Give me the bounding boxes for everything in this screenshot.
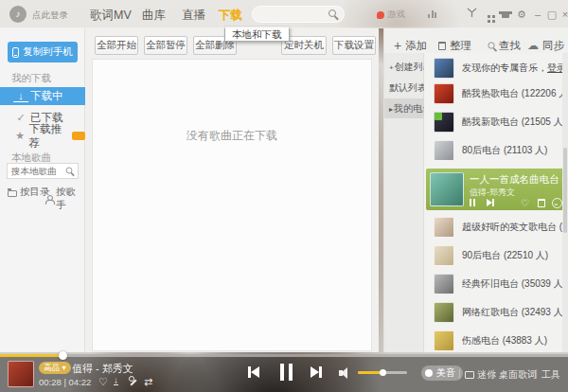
- station-delete-icon[interactable]: [538, 198, 545, 207]
- game-entry[interactable]: 游戏: [377, 9, 405, 21]
- station-thumbnail: [434, 83, 454, 104]
- station-row[interactable]: 经典怀旧电台 (35039 人): [424, 271, 568, 297]
- seek-handle[interactable]: [59, 351, 67, 360]
- quality-badge[interactable]: 高品 ▾: [39, 362, 71, 374]
- settings-gear-icon[interactable]: ⚙: [514, 7, 529, 22]
- favorite-icon[interactable]: ♡: [98, 376, 108, 387]
- recommend-label: 下载推荐: [29, 122, 69, 151]
- app-logo-icon: ♪: [9, 6, 27, 23]
- find-label: 查找: [499, 39, 521, 53]
- mini-mode-icon[interactable]: [481, 7, 496, 22]
- tools-button[interactable]: 工具: [541, 368, 560, 382]
- nav-lyrics-mv[interactable]: 歌词MV: [90, 8, 132, 24]
- promo-text: 发现你的专属音乐，: [462, 62, 547, 73]
- station-label: 伤感电台 (43883 人): [462, 334, 566, 347]
- station-thumbnail: [434, 245, 454, 266]
- station-row[interactable]: 网络红歌电台 (32493 人): [424, 299, 568, 326]
- sidebar-item-downloading[interactable]: ↓ 下载中: [0, 87, 85, 105]
- download-settings-button[interactable]: 下载设置: [332, 36, 376, 55]
- station-row[interactable]: 80后电台 (21103 人): [424, 137, 568, 164]
- seek-bar[interactable]: [0, 354, 568, 357]
- station-label: 90后电台 (22510 人): [462, 249, 566, 262]
- sync-button[interactable]: ☁ 同步: [527, 36, 564, 55]
- search-box[interactable]: [252, 6, 345, 23]
- now-playing-station[interactable]: 一人一首成名曲电台 (8 值得-郑秀文 ♡ ⌄: [426, 169, 567, 210]
- local-search-box[interactable]: [7, 163, 79, 179]
- game-icon: [377, 11, 384, 19]
- tab-my-radio[interactable]: ▸我的电台: [384, 98, 424, 118]
- station-row[interactable]: 酷我热歌电台 (122206 人): [424, 80, 568, 107]
- play-mode-icon[interactable]: ⇄: [144, 376, 152, 387]
- plus-icon: +: [394, 39, 401, 52]
- time-current: 00:28: [39, 377, 62, 387]
- promo-list-item[interactable]: 发现你的专属音乐，登录: [424, 55, 568, 81]
- station-label: 超级好听的英文歌电台 (38925 人): [462, 221, 566, 234]
- download-song-icon[interactable]: ↓: [114, 376, 118, 385]
- nav-library[interactable]: 曲库: [142, 8, 166, 24]
- tab-my-radio-label: 我的电台: [394, 103, 424, 114]
- station-row[interactable]: 90后电台 (22510 人): [424, 242, 568, 269]
- close-button[interactable]: ×: [558, 7, 568, 22]
- scrollbar[interactable]: [562, 53, 568, 352]
- tools-wrench-icon[interactable]: [129, 376, 138, 385]
- login-link[interactable]: 点此登录: [32, 9, 68, 22]
- check-icon: ✓: [13, 112, 28, 124]
- album-art[interactable]: [8, 361, 34, 387]
- pause-button[interactable]: [280, 364, 293, 381]
- game-label: 游戏: [387, 9, 405, 21]
- monitor-icon: [465, 371, 474, 379]
- app-window: ♪ 点此登录 歌词MV 曲库 直播 下载 游戏 ⚙ – ▢ × 复制到手机: [0, 0, 568, 392]
- local-search-input[interactable]: [11, 165, 64, 177]
- phone-icon: [12, 47, 19, 58]
- search-input[interactable]: [260, 8, 328, 21]
- previous-button[interactable]: [248, 366, 259, 378]
- by-artist-label: 按歌手: [56, 186, 85, 212]
- station-thumbnail: [434, 140, 454, 161]
- nav-download[interactable]: 下载: [219, 8, 242, 24]
- organize-label: 整理: [450, 39, 471, 53]
- volume-fill: [358, 371, 382, 374]
- active-tab-marker: ▸: [389, 105, 393, 114]
- trash-icon: [538, 199, 545, 207]
- minimize-button[interactable]: –: [530, 7, 545, 22]
- station-pause-button[interactable]: [470, 198, 477, 207]
- by-directory-link[interactable]: 按目录: [8, 186, 50, 199]
- song-title: 值得 - 郑秀文: [72, 362, 133, 376]
- pause-all-button[interactable]: 全部暂停: [144, 36, 187, 55]
- folder-icon: [8, 190, 17, 197]
- radio-station-list: 发现你的专属音乐，登录 酷我热歌电台 (122206 人) 酷我新歌电台 (21…: [424, 53, 568, 352]
- seek-bar-fill: [0, 354, 62, 357]
- sound-effect-toggle[interactable]: 美音: [421, 365, 463, 381]
- station-more-icon[interactable]: ⌄: [552, 198, 562, 208]
- desktop-lyrics-button[interactable]: 桌面歌词: [499, 368, 537, 382]
- station-next-button[interactable]: [487, 198, 494, 207]
- volume-slider[interactable]: [358, 371, 407, 374]
- new-badge: [72, 132, 85, 140]
- sidebar-item-download-recommend[interactable]: ★ 下载推荐: [0, 127, 85, 145]
- share-icon[interactable]: [464, 7, 479, 22]
- volume-handle[interactable]: [380, 369, 386, 376]
- nav-live[interactable]: 直播: [182, 8, 205, 24]
- organize-button[interactable]: 整理: [438, 36, 471, 55]
- station-favorite-icon[interactable]: ♡: [521, 198, 529, 207]
- tab-default-list[interactable]: 默认列表: [384, 78, 424, 98]
- start-all-button[interactable]: 全部开始: [95, 36, 138, 55]
- find-button[interactable]: 查找: [488, 36, 521, 55]
- time-total: 04:22: [69, 377, 92, 387]
- tab-create-list[interactable]: +创建列表: [384, 57, 424, 77]
- station-row[interactable]: 超级好听的英文歌电台 (38925 人): [424, 214, 568, 241]
- station-row[interactable]: 伤感电台 (43883 人): [424, 328, 568, 352]
- scrollbar-thumb[interactable]: [563, 148, 567, 233]
- ranking-icon[interactable]: [428, 10, 436, 18]
- station-thumbnail: [434, 274, 454, 294]
- add-button[interactable]: + 添加: [394, 36, 427, 55]
- skin-icon[interactable]: [498, 7, 513, 22]
- downloading-label: 下载中: [30, 89, 63, 103]
- by-artist-link[interactable]: 按歌手: [45, 186, 85, 212]
- station-row[interactable]: 酷我新歌电台 (21505 人): [424, 109, 568, 135]
- station-label: 网络红歌电台 (32493 人): [462, 306, 566, 319]
- left-sidebar: 复制到手机 我的下载 ↓ 下载中 ✓ 已下载 ★ 下载推荐 本地歌曲: [0, 28, 85, 352]
- next-button[interactable]: [311, 366, 322, 378]
- now-playing-thumbnail: [430, 172, 464, 206]
- copy-to-phone-button[interactable]: 复制到手机: [8, 42, 78, 62]
